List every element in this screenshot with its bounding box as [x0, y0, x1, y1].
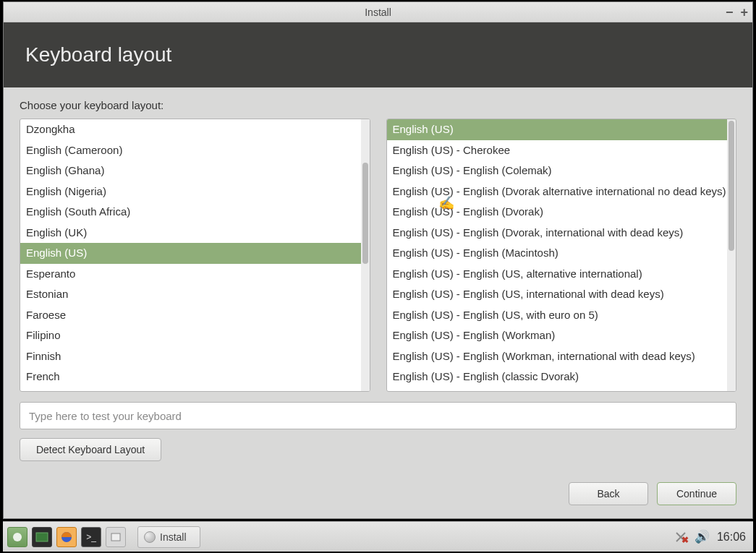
- window-title: Install: [365, 7, 391, 18]
- page-title: Keyboard layout: [25, 43, 171, 67]
- titlebar[interactable]: Install − +: [4, 2, 752, 22]
- list-item[interactable]: English (US) - English (Workman, interna…: [387, 346, 736, 367]
- list-item[interactable]: English (US) - English (Dvorak, internat…: [387, 223, 736, 244]
- installer-window: Install − + Keyboard layout Choose your …: [3, 1, 753, 519]
- svg-point-0: [13, 533, 22, 541]
- scrollbar[interactable]: [361, 119, 370, 391]
- header-band: Keyboard layout: [4, 22, 752, 87]
- list-item[interactable]: English (US) - Cherokee: [387, 140, 736, 161]
- list-item[interactable]: English (US) - English (Workman): [387, 325, 736, 346]
- list-item[interactable]: Dzongkha: [20, 119, 370, 140]
- list-item[interactable]: French: [20, 366, 370, 387]
- list-item[interactable]: English (US) - English (classic Dvorak): [387, 366, 736, 387]
- content-area: Choose your keyboard layout: DzongkhaEng…: [4, 87, 752, 518]
- show-desktop-icon[interactable]: [32, 527, 52, 547]
- window-controls: − +: [726, 2, 748, 22]
- clock[interactable]: 16:06: [717, 531, 746, 544]
- maximize-icon[interactable]: +: [740, 6, 748, 19]
- list-item[interactable]: Faroese: [20, 305, 370, 326]
- list-item[interactable]: English (US) - English (Macintosh): [387, 243, 736, 264]
- list-item[interactable]: English (South Africa): [20, 202, 370, 223]
- list-item[interactable]: English (Cameroon): [20, 140, 370, 161]
- list-item[interactable]: English (US): [20, 243, 370, 264]
- instruction-label: Choose your keyboard layout:: [20, 99, 736, 111]
- svg-rect-3: [111, 533, 120, 541]
- list-item[interactable]: English (UK): [20, 223, 370, 244]
- layout-lists: DzongkhaEnglish (Cameroon)English (Ghana…: [20, 119, 736, 392]
- files-icon[interactable]: [106, 527, 126, 547]
- list-item[interactable]: English (Ghana): [20, 160, 370, 181]
- list-item[interactable]: English (US) - English (Colemak): [387, 160, 736, 181]
- menu-icon[interactable]: [7, 527, 27, 547]
- back-button[interactable]: Back: [569, 482, 648, 505]
- terminal-icon[interactable]: >_: [81, 527, 101, 547]
- list-item[interactable]: Finnish: [20, 346, 370, 367]
- nav-row: Back Continue: [20, 463, 736, 505]
- list-item[interactable]: Esperanto: [20, 264, 370, 285]
- scrollbar-thumb[interactable]: [729, 121, 734, 251]
- keyboard-test-input[interactable]: [20, 402, 736, 429]
- continue-button[interactable]: Continue: [657, 482, 736, 505]
- list-item[interactable]: English (US) - English (US, alternative …: [387, 264, 736, 285]
- list-item[interactable]: English (US) - English (US, with euro on…: [387, 305, 736, 326]
- svg-rect-1: [36, 533, 48, 541]
- taskbar-window-label: Install: [160, 531, 187, 543]
- detect-layout-button[interactable]: Detect Keyboard Layout: [20, 438, 161, 461]
- list-item[interactable]: English (US) - English (US, internationa…: [387, 284, 736, 305]
- variant-listbox[interactable]: English (US)English (US) - CherokeeEngli…: [386, 119, 737, 392]
- scrollbar-thumb[interactable]: [362, 163, 368, 264]
- list-item[interactable]: English (US) - English (Dvorak alternati…: [387, 181, 736, 202]
- volume-icon[interactable]: 🔊: [695, 529, 710, 544]
- installer-disc-icon: [144, 531, 156, 543]
- language-listbox[interactable]: DzongkhaEnglish (Cameroon)English (Ghana…: [20, 119, 370, 392]
- taskbar: >_ Install ✖ 🔊 16:06: [3, 521, 753, 552]
- network-disconnected-icon[interactable]: ✖: [674, 531, 687, 544]
- list-item[interactable]: English (US): [387, 119, 736, 140]
- list-item[interactable]: English (Nigeria): [20, 181, 370, 202]
- system-tray: ✖ 🔊 16:06: [674, 529, 749, 544]
- taskbar-window-button[interactable]: Install: [137, 526, 200, 548]
- scrollbar[interactable]: [727, 119, 736, 391]
- list-item[interactable]: English (US) - English (Dvorak): [387, 202, 736, 223]
- minimize-icon[interactable]: −: [726, 6, 734, 19]
- list-item[interactable]: Filipino: [20, 325, 370, 346]
- firefox-icon[interactable]: [56, 527, 77, 547]
- list-item[interactable]: Estonian: [20, 284, 370, 305]
